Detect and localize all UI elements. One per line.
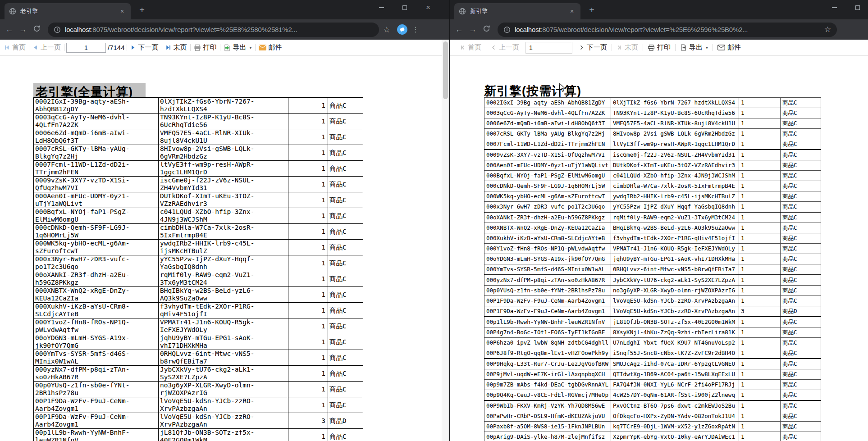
reload-button[interactable]: [480, 25, 493, 35]
forward-button[interactable]: →: [466, 25, 480, 34]
table-row: 000Aen0I-mFUc-UDMY-0yz1-uTjY1aWQLivtDUtk…: [484, 160, 821, 171]
maximize-button[interactable]: [393, 0, 416, 15]
report-toolbar: 首页 上一页 /7144 下一页 末页: [0, 40, 442, 56]
forward-button[interactable]: →: [16, 25, 30, 34]
table-row: 000cDNkD-Qemh-SF9F-LG9J-1q6HOMrLj5WcimbD…: [484, 181, 821, 191]
table-cell: 商品C: [781, 264, 821, 275]
table-cell: 1: [288, 397, 328, 413]
reload-button[interactable]: [30, 25, 43, 35]
table-cell: 00P9Hqkg-L33t-Rur7-CrJu-LezJgVGofBRW: [484, 359, 611, 369]
tab-close-icon[interactable]: ×: [568, 8, 576, 15]
url-path: :8075/webroot/decision/view/report?viewl…: [91, 26, 297, 33]
table-cell: 1: [288, 303, 328, 318]
browser-window-new-engine: 新引擎 × + × ← → localhost:8075/webroot/dec…: [449, 0, 868, 441]
next-page-button[interactable]: 下一页: [574, 43, 612, 52]
table-cell: 1: [739, 254, 781, 264]
table-cell: lVoVqE5U-kdSn-YJCb-zzRO-XrvPAzbzgaAn: [159, 397, 288, 413]
table-cell: 商品C: [781, 108, 821, 118]
email-label: 邮件: [269, 43, 282, 52]
next-page-button[interactable]: 下一页: [127, 43, 162, 52]
table-cell: 00P1F9Da-WzFv-F9uJ-CeNm-Aarb4Zovgm1: [34, 413, 159, 429]
minimize-button[interactable]: [822, 0, 846, 15]
prev-page-button[interactable]: 上一页: [29, 43, 64, 52]
first-page-icon: [4, 45, 10, 50]
table-cell: 商品C: [328, 350, 363, 366]
table-row: 00p9m7ZB-mAbs-f4kd-DEaC-tgbDGvRnnAYLFA7Q…: [484, 380, 821, 390]
last-page-label: 末页: [174, 43, 187, 52]
table-cell: 1: [739, 380, 781, 390]
bookmark-star-icon[interactable]: ☆: [379, 25, 394, 35]
table-cell: 1: [739, 150, 781, 160]
export-label: 导出: [233, 43, 247, 52]
table-cell: 00pArig9-DAiS-ylke-h87M-zlejMnfifsz: [484, 432, 611, 441]
table-cell: 1: [288, 129, 328, 145]
tab-new-engine[interactable]: 新引擎 ×: [454, 3, 580, 19]
email-button[interactable]: 邮件: [256, 43, 285, 52]
minimize-icon: [379, 7, 384, 8]
maximize-button[interactable]: [846, 0, 868, 15]
first-page-button[interactable]: 首页: [455, 43, 486, 52]
url-host: localhost: [515, 26, 540, 33]
table-cell: 00P6hza0-ipvZ-lwbW-8qNH-zdtbCG4dghll: [484, 338, 611, 348]
page-number-input[interactable]: [66, 43, 106, 53]
print-button[interactable]: 打印: [191, 43, 220, 52]
address-bar[interactable]: localhost:8075/webroot/decision/view/rep…: [48, 23, 379, 37]
table-cell: jL81QfJb-ON3B-SOTz-zf5x-40E2GO0m1WkM: [159, 429, 288, 441]
table-cell: 1: [288, 98, 328, 114]
last-page-button[interactable]: 末页: [162, 43, 190, 52]
table-cell: 00p9m7ZB-mAbs-f4kd-DEaC-tgbDGvRnnAYL: [484, 380, 611, 390]
report-title-new-engine: 新引擎(按需计算): [484, 83, 581, 99]
table-cell: TN93KYnt-Iz8P-K1yU-Bc8S-6UcRhqTdie56: [611, 108, 739, 118]
table-cell: 0006e6Zd-mQmD-i6mB-aIwi-LdH8ObQ6f3T: [484, 118, 611, 129]
prev-page-button[interactable]: 上一页: [486, 43, 524, 52]
table-cell: 0007Fcml-11WD-L1Zd-dD2i-TTrjmm2hFEN: [484, 139, 611, 150]
table-cell: 00oXANkI-ZR3f-dhzH-a2Eu-h59GZ8PKkgz: [484, 212, 611, 223]
email-label: 邮件: [727, 43, 741, 52]
table-cell: 1: [288, 318, 328, 334]
close-window-button[interactable]: ×: [416, 0, 440, 15]
table-row: 00p1lL9b-Rwwh-YyNW-BnhF-leuWZR1NfnVjL81Q…: [34, 429, 363, 441]
last-page-button[interactable]: 末页: [612, 43, 643, 52]
table-cell: 商品C: [781, 129, 821, 139]
table-row: 00pArig9-DAiS-ylke-h87M-zlejMnfifszXzpmr…: [484, 432, 821, 441]
print-button[interactable]: 打印: [643, 43, 675, 52]
back-button[interactable]: ←: [3, 25, 16, 34]
email-button[interactable]: 邮件: [713, 43, 745, 52]
minimize-button[interactable]: [370, 0, 393, 15]
table-cell: 1: [739, 411, 781, 422]
first-page-button[interactable]: 首页: [1, 43, 29, 52]
table-cell: f3vhydTm-tEdk-2XOr-P1RG-qHiv4F51ojfI: [611, 233, 739, 244]
back-button[interactable]: ←: [452, 25, 466, 34]
bookmark-star-icon[interactable]: ☆: [824, 25, 831, 34]
tab-old-engine[interactable]: 老引擎 ×: [5, 3, 131, 19]
page-number-input[interactable]: [525, 42, 572, 54]
window-controls: ×: [370, 0, 440, 15]
export-button[interactable]: 导出 ▾: [220, 43, 255, 52]
table-row: 00p0YUsQ-z1fn-sb0e-fYNt-2BR1hsPz78uno3g6…: [484, 286, 821, 296]
export-button[interactable]: 导出 ▾: [676, 43, 713, 52]
table-row: 0009vZsK-3XY7-vzTD-X1Si-QfUqzhwM7VIiscGm…: [34, 177, 363, 192]
tab-close-icon[interactable]: ×: [118, 8, 126, 15]
export-icon: [680, 44, 687, 51]
table-row: 000BqfxL-NYOj-faP1-PSgZ-ElMiwM6omgUc041L…: [484, 171, 821, 181]
table-cell: 00oYDGN3-mLmH-SYGS-A19x-jk90fOY7QmG: [34, 334, 159, 350]
table-cell: 3: [288, 413, 328, 429]
browser-menu-icon[interactable]: ⋮: [410, 25, 421, 34]
scrollbar-thumb[interactable]: [443, 41, 448, 99]
address-bar[interactable]: localhost:8075/webroot/decision/view/rep…: [498, 23, 837, 37]
new-tab-button[interactable]: +: [136, 5, 148, 16]
table-cell: 1: [739, 422, 781, 432]
table-cell: 00p1lL9b-Rwwh-YyNW-BnhF-leuWZR1NfnV: [34, 429, 159, 441]
table-cell: 商品C: [781, 296, 821, 306]
export-dropdown-icon[interactable]: ▾: [706, 45, 708, 50]
table-cell: ltVyE3ff-wm9p-resH-AWpR-1ggc1LHM1QrD: [159, 161, 288, 177]
url-host: localhost: [65, 26, 91, 33]
new-tab-button[interactable]: +: [586, 5, 598, 16]
table-cell: 1: [288, 334, 328, 350]
mouse-cursor: [558, 83, 566, 92]
export-dropdown-icon[interactable]: ▾: [250, 45, 252, 50]
extension-icon[interactable]: [394, 24, 410, 35]
table-cell: 1: [739, 400, 781, 411]
window-controls: ×: [822, 0, 868, 15]
table-cell: 1: [739, 244, 781, 254]
